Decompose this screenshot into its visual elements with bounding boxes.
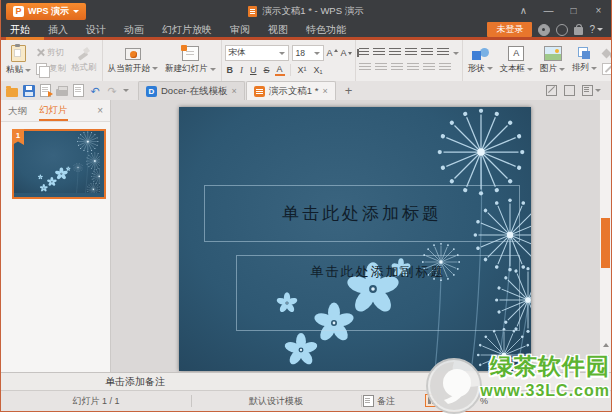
open-icon[interactable] [6, 88, 18, 97]
close-panel-icon[interactable]: × [97, 105, 103, 116]
font-family-select[interactable]: 宋体 [225, 45, 289, 61]
minimize-button[interactable]: — [536, 0, 561, 22]
tab-animation[interactable]: 动画 [115, 23, 153, 37]
notes-icon [363, 395, 374, 407]
redo-icon[interactable]: ↷ [106, 85, 118, 97]
next-slide-icon[interactable] [603, 355, 609, 359]
window-controls: ∧ — □ × [511, 0, 611, 22]
maximize-button[interactable]: □ [561, 0, 586, 22]
close-button[interactable]: × [586, 0, 611, 22]
tab-list-button[interactable] [582, 85, 601, 96]
picture-button[interactable]: 图片 [538, 46, 567, 75]
close-tab-icon[interactable]: × [322, 87, 327, 96]
font-size-select[interactable]: 18 [292, 45, 324, 61]
tab-review[interactable]: 审阅 [221, 23, 259, 37]
grow-font-button[interactable]: A [327, 48, 338, 58]
tab-home[interactable]: 开始 [1, 23, 39, 37]
slide-thumbnail-image [14, 131, 100, 193]
login-button[interactable]: 未登录 [487, 22, 532, 37]
doc-tab-presentation1[interactable]: 演示文稿1 * × [246, 81, 336, 100]
numbered-list-icon[interactable] [359, 48, 369, 58]
chevron-down-icon [73, 10, 79, 13]
subtitle-placeholder[interactable]: 单击此处添加副标题 [236, 255, 520, 331]
title-placeholder[interactable]: 单击此处添加标题 [204, 185, 520, 242]
increase-indent-icon[interactable] [405, 48, 417, 58]
save-icon[interactable] [23, 85, 35, 97]
slide-sorter-view-button[interactable] [443, 394, 456, 407]
tab-insert[interactable]: 插入 [39, 23, 77, 37]
new-slide-button[interactable]: 新建幻灯片 [163, 46, 218, 75]
slide-canvas[interactable]: 单击此处添加标题 单击此处添加副标题 [179, 107, 531, 371]
format-painter-button[interactable]: 格式刷 [69, 47, 99, 74]
shrink-font-button[interactable]: A [341, 48, 352, 58]
font-color-button[interactable]: A [275, 64, 285, 76]
new-window-icon[interactable] [564, 85, 575, 96]
tab-slideshow[interactable]: 幻灯片放映 [153, 23, 221, 37]
tab-view[interactable]: 视图 [259, 23, 297, 37]
print-icon[interactable] [56, 89, 68, 96]
main-area: 大纲 幻灯片 × 1 单击此处添加标题 单击此处添加副标题 [1, 100, 611, 372]
notes-pane[interactable]: 单击添加备注 [1, 372, 611, 390]
toolbox-icon[interactable] [546, 85, 557, 96]
collapse-ribbon-button[interactable]: ∧ [511, 0, 536, 22]
align-left-icon[interactable] [359, 63, 371, 73]
customize-toolbar-icon[interactable] [123, 89, 129, 92]
tab-design[interactable]: 设计 [77, 23, 115, 37]
bullet-list-icon[interactable] [373, 48, 385, 58]
underline-button[interactable]: U [248, 64, 259, 76]
shapes-button[interactable]: 形状 [466, 47, 495, 75]
subscript-button[interactable]: X₁ [312, 64, 325, 76]
document-tabs: D Docer-在线模板 × 演示文稿1 * × + [138, 81, 360, 100]
indent-settings-icon[interactable] [439, 63, 451, 73]
arrange-button[interactable]: 排列 [570, 47, 599, 74]
doc-tab-docer[interactable]: D Docer-在线模板 × [138, 81, 245, 100]
export-pdf-icon[interactable] [40, 84, 51, 97]
slide-panel: 大纲 幻灯片 × 1 [1, 100, 111, 372]
outline-icon [602, 63, 611, 75]
skin-store-icon[interactable] [574, 27, 583, 35]
justify-icon[interactable] [407, 63, 419, 73]
text-direction-icon[interactable] [437, 48, 449, 58]
vertical-scrollbar[interactable] [599, 100, 611, 372]
previous-slide-icon[interactable] [603, 343, 609, 347]
text-box-button[interactable]: A 文本框 [498, 46, 536, 75]
superscript-button[interactable]: X¹ [296, 64, 309, 76]
undo-icon[interactable]: ↶ [89, 85, 101, 97]
align-center-icon[interactable] [375, 63, 387, 73]
update-icon[interactable] [538, 24, 550, 36]
divider [290, 64, 291, 76]
outline-button[interactable]: 轮廓 [602, 63, 611, 75]
slide-thumbnail-1[interactable]: 1 [12, 129, 106, 199]
distribute-icon[interactable] [423, 63, 435, 73]
line-spacing-icon[interactable] [421, 48, 433, 58]
slideshow-group: 从当前开始 新建幻灯片 [102, 40, 221, 81]
picture-icon [544, 46, 562, 61]
divider [361, 395, 362, 407]
italic-button[interactable]: I [238, 64, 245, 76]
align-right-icon[interactable] [391, 63, 403, 73]
slides-tab[interactable]: 幻灯片 [39, 100, 68, 121]
print-preview-icon[interactable] [73, 84, 84, 97]
normal-view-button[interactable] [425, 394, 438, 407]
new-tab-button[interactable]: + [337, 82, 361, 100]
help-button[interactable]: ? [589, 24, 603, 35]
play-from-current-button[interactable]: 从当前开始 [106, 47, 161, 75]
feedback-icon[interactable] [556, 24, 568, 36]
slideshow-play-icon[interactable] [463, 397, 469, 405]
fill-button[interactable]: 填充 [602, 47, 611, 59]
paste-button[interactable]: 粘贴 [4, 45, 33, 76]
outline-tab[interactable]: 大纲 [8, 101, 27, 120]
copy-button[interactable]: 复制 [36, 63, 66, 75]
scrollbar-thumb[interactable] [601, 218, 610, 268]
strikethrough-button[interactable]: S [262, 64, 272, 76]
template-name: 默认设计模板 [191, 391, 361, 411]
tab-special-features[interactable]: 特色功能 [297, 23, 355, 37]
close-tab-icon[interactable]: × [232, 87, 237, 96]
decrease-indent-icon[interactable] [389, 48, 401, 58]
app-menu-button[interactable]: P WPS 演示 [6, 3, 86, 20]
notes-toggle-button[interactable]: 备注 [363, 391, 395, 411]
bold-button[interactable]: B [225, 64, 236, 76]
cut-button[interactable]: 剪切 [36, 47, 66, 59]
chevron-down-icon [597, 28, 603, 31]
text-box-icon: A [508, 46, 524, 61]
